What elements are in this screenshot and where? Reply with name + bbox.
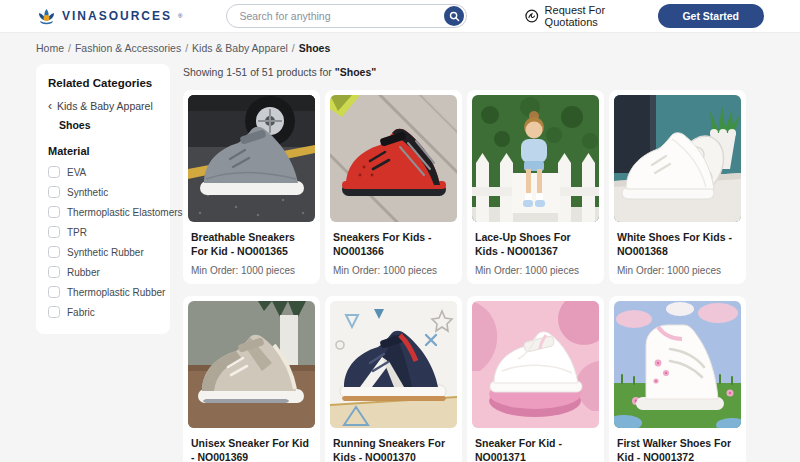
material-label: Synthetic [67,187,108,198]
product-image[interactable] [472,301,599,428]
material-label: EVA [67,167,86,178]
product-min-order: Min Order: 1000 pieces [333,265,454,276]
breadcrumb-current-shoes: Shoes [299,42,331,54]
breadcrumb: Home/Fashion & Accessories/Kids & Baby A… [0,33,800,60]
registered-mark: ® [178,13,182,19]
breadcrumb-kids-baby-apparel[interactable]: Kids & Baby Apparel [192,42,288,54]
search-bar [226,4,467,28]
product-card[interactable]: Sneakers For Kids - NO001366 Min Order: … [325,90,462,284]
results-summary: Showing 1-51 of 51 products for "Shoes" [183,66,764,78]
material-filter-thermoplastic-rubber[interactable]: Thermoplastic Rubber [48,286,158,298]
product-image[interactable] [330,301,457,428]
search-button[interactable] [444,6,464,26]
material-label: Rubber [67,267,100,278]
product-title: Sneaker For Kid - NO001371 [475,437,596,462]
product-title: First Walker Shoes For Kid - NO001372 [617,437,738,462]
material-label: Thermoplastic Rubber [67,287,165,298]
top-header: VINASOURCES® Request For Quotations Get … [0,0,800,33]
breadcrumb-home[interactable]: Home [36,42,64,54]
search-icon [449,11,460,22]
material-label: TPR [67,227,87,238]
material-filter-synthetic[interactable]: Synthetic [48,186,158,198]
product-title: Unisex Sneaker For Kid - NO001369 [191,437,312,462]
page: VINASOURCES® Request For Quotations Get … [0,0,800,462]
breadcrumb-separator: / [68,42,71,54]
sidebar-item-kids-baby-apparel[interactable]: ‹ Kids & Baby Apparel [48,100,158,112]
product-photo-girl-on-fence [472,95,599,222]
product-photo-white-shoes-plant [614,95,741,222]
material-filter-fabric[interactable]: Fabric [48,306,158,318]
quotation-icon [525,9,539,23]
product-card[interactable]: Running Sneakers For Kids - NO001370 Min… [325,296,462,462]
material-filter-title: Material [48,145,158,157]
product-card[interactable]: Unisex Sneaker For Kid - NO001369 Min Or… [183,296,320,462]
product-image[interactable] [330,95,457,222]
product-grid: Breathable Sneakers For Kid - NO001365 M… [183,90,764,462]
lotus-logo-icon [36,7,57,25]
material-filter-thermoplastic-elastomers[interactable]: Thermoplastic Elastomers [48,206,158,218]
product-min-order: Min Order: 1000 pieces [191,265,312,276]
product-card[interactable]: Lace-Up Shoes For Kids - NO001367 Min Or… [467,90,604,284]
material-filter-rubber[interactable]: Rubber [48,266,158,278]
product-image[interactable] [614,301,741,428]
product-card[interactable]: Breathable Sneakers For Kid - NO001365 M… [183,90,320,284]
results-query: "Shoes" [335,66,376,78]
material-filter-synthetic-rubber[interactable]: Synthetic Rubber [48,246,158,258]
parent-category-label: Kids & Baby Apparel [57,100,153,112]
material-label: Fabric [67,307,95,318]
related-categories-title: Related Categories [48,77,158,89]
product-min-order: Min Order: 1000 pieces [475,265,596,276]
product-photo-first-walker-grass [614,301,741,428]
get-started-button[interactable]: Get Started [658,4,765,28]
product-card[interactable]: First Walker Shoes For Kid - NO001372 Mi… [609,296,746,462]
product-photo-white-shoe-pink-pedestal [472,301,599,428]
content-area: Related Categories ‹ Kids & Baby Apparel… [0,60,800,462]
checkbox[interactable] [48,246,60,258]
checkbox[interactable] [48,306,60,318]
checkbox[interactable] [48,286,60,298]
brand-name: VINASOURCES [62,9,172,23]
product-card[interactable]: Sneaker For Kid - NO001371 Min Order: 10… [467,296,604,462]
product-min-order: Min Order: 1000 pieces [617,265,738,276]
results-area: Showing 1-51 of 51 products for "Shoes" [183,64,764,462]
product-title: Lace-Up Shoes For Kids - NO001367 [475,231,596,258]
breadcrumb-separator: / [292,42,295,54]
results-summary-prefix: Showing 1-51 of 51 products for [183,66,332,78]
material-filter-eva[interactable]: EVA [48,166,158,178]
breadcrumb-separator: / [185,42,188,54]
product-photo-gray-sneaker-street [188,95,315,222]
material-filter-tpr[interactable]: TPR [48,226,158,238]
product-title: Running Sneakers For Kids - NO001370 [333,437,454,462]
chevron-left-icon: ‹ [48,100,52,112]
product-title: White Shoes For Kids - NO001368 [617,231,738,258]
checkbox[interactable] [48,186,60,198]
checkbox[interactable] [48,266,60,278]
related-categories-panel: Related Categories ‹ Kids & Baby Apparel… [36,64,170,334]
material-label: Synthetic Rubber [67,247,144,258]
checkbox[interactable] [48,166,60,178]
product-title: Sneakers For Kids - NO001366 [333,231,454,258]
checkbox[interactable] [48,226,60,238]
product-image[interactable] [188,301,315,428]
product-card[interactable]: White Shoes For Kids - NO001368 Min Orde… [609,90,746,284]
sidebar-item-shoes[interactable]: Shoes [59,119,158,131]
product-photo-navy-running-sneaker [330,301,457,428]
rfq-label: Request For Quotations [545,4,658,28]
material-label: Thermoplastic Elastomers [67,207,183,218]
request-for-quotations-link[interactable]: Request For Quotations [525,4,657,28]
product-title: Breathable Sneakers For Kid - NO001365 [191,231,312,258]
brand-logo[interactable]: VINASOURCES® [36,7,182,25]
product-photo-beige-sneaker [188,301,315,428]
search-input[interactable] [239,10,444,22]
product-image[interactable] [188,95,315,222]
product-image[interactable] [614,95,741,222]
product-image[interactable] [472,95,599,222]
breadcrumb-fashion-accessories[interactable]: Fashion & Accessories [75,42,181,54]
product-photo-red-black-sneaker [330,95,457,222]
checkbox[interactable] [48,206,60,218]
